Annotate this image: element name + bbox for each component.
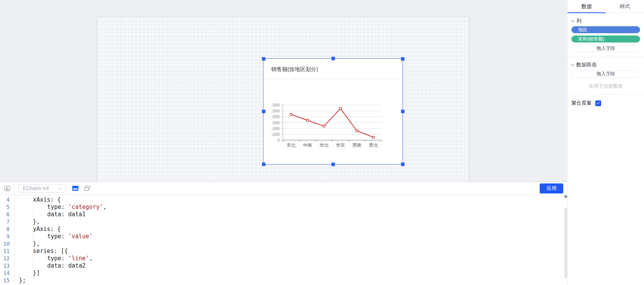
field-pill[interactable]: 地区: [571, 26, 640, 33]
code-line[interactable]: 7 },: [0, 218, 567, 226]
field-pill[interactable]: 求和(销售额): [571, 36, 640, 42]
collapse-panel-icon[interactable]: [4, 186, 10, 191]
line-number: 11: [0, 248, 13, 255]
dashboard-canvas-background: 销售额(按地区划分) ,000,000,000,000,000,0000东北中南…: [0, 0, 567, 182]
filter-drop-zone[interactable]: 拖入字段: [571, 70, 640, 78]
chevron-down-icon: [58, 186, 62, 190]
line-number: 8: [0, 226, 13, 233]
filter-hint: 应用于当前图表: [571, 83, 640, 90]
code-line[interactable]: 12 type: 'line',: [0, 255, 567, 262]
data-point-marker[interactable]: [356, 130, 358, 132]
line-number: 12: [0, 255, 13, 262]
data-point-marker[interactable]: [290, 113, 292, 115]
y-tick-label: ,000: [272, 120, 280, 125]
filter-section-title: 数据筛选: [576, 61, 596, 68]
x-tick-label: 华北: [319, 143, 329, 148]
x-tick-label: 华东: [336, 143, 345, 148]
line-number: 14: [0, 270, 13, 277]
aggregate-checkbox[interactable]: [595, 100, 601, 106]
resize-handle[interactable]: [401, 110, 404, 113]
x-tick-label: 中南: [303, 143, 312, 148]
code-line[interactable]: 9 type: 'value': [0, 233, 567, 240]
code-line[interactable]: 14 }]: [0, 270, 567, 277]
sidebar-tabs: 数据样式: [568, 0, 644, 13]
resize-handle[interactable]: [262, 110, 265, 113]
properties-sidebar: 数据样式 列 地区求和(销售额) 拖入字段 数据筛选 拖入字段 应用于当前图表 …: [567, 0, 644, 285]
code-line[interactable]: 4 xAxis: {: [0, 196, 567, 204]
line-number: 7: [0, 218, 13, 226]
line-number: 5: [0, 204, 13, 211]
code-line[interactable]: 11 series: [{: [0, 248, 567, 255]
code-text: xAxis: {: [13, 196, 61, 204]
duplicate-icon[interactable]: [84, 186, 90, 191]
y-tick-label: 0: [277, 138, 280, 142]
editor-toolbar: ECharts-V4 应用: [0, 182, 567, 195]
data-point-marker[interactable]: [372, 136, 375, 138]
code-text: }]: [13, 270, 40, 277]
code-scrollbar[interactable]: [564, 195, 567, 285]
code-text: yAxis: {: [13, 226, 61, 233]
sidebar-body: 列 地区求和(销售额) 拖入字段 数据筛选 拖入字段 应用于当前图表 聚合度量: [568, 18, 644, 107]
code-line[interactable]: 10 },: [0, 240, 567, 248]
code-text: };: [13, 277, 26, 284]
y-tick-label: ,000: [272, 109, 280, 113]
code-editor[interactable]: 4 xAxis: {5 type: 'category',6 data: dat…: [0, 195, 567, 285]
line-number: 15: [0, 277, 13, 284]
x-tick-label: 西南: [353, 143, 362, 148]
line-number: 10: [0, 240, 13, 248]
code-line[interactable]: 5 type: 'category',: [0, 204, 567, 211]
columns-drop-zone[interactable]: 拖入字段: [571, 45, 640, 52]
sidebar-tab-样式[interactable]: 样式: [606, 0, 644, 13]
scrollbar-thumb[interactable]: [564, 208, 567, 278]
code-text: data: data1: [13, 211, 86, 218]
chart-engine-select[interactable]: ECharts-V4: [19, 184, 66, 193]
resize-handle[interactable]: [401, 57, 404, 61]
y-tick-label: ,000: [272, 114, 280, 119]
y-tick-label: ,000: [272, 126, 280, 131]
chart-widget[interactable]: 销售额(按地区划分) ,000,000,000,000,000,0000东北中南…: [263, 59, 403, 164]
code-line[interactable]: 13 data: data2: [0, 262, 567, 270]
line-number: 4: [0, 196, 13, 204]
filter-section-header[interactable]: 数据筛选: [571, 62, 640, 68]
code-text: },: [13, 218, 40, 226]
apply-button[interactable]: 应用: [540, 183, 563, 193]
data-point-marker[interactable]: [323, 125, 325, 127]
chart-engine-selected-value: ECharts-V4: [23, 185, 49, 191]
divider: [568, 94, 644, 95]
code-line[interactable]: 15};: [0, 277, 567, 284]
divider: [568, 57, 644, 57]
x-tick-label: 东北: [287, 143, 296, 148]
scrollbar-notch: [564, 195, 567, 198]
code-text: type: 'line',: [13, 255, 93, 262]
columns-section-header[interactable]: 列: [571, 18, 640, 24]
line-number: 9: [0, 233, 13, 240]
chevron-down-icon: [571, 19, 574, 22]
line-number: 6: [0, 211, 13, 218]
resize-handle[interactable]: [262, 163, 265, 166]
code-text: type: 'value': [13, 233, 93, 240]
code-text: },: [13, 240, 40, 248]
code-line[interactable]: 8 yAxis: {: [0, 226, 567, 233]
code-line[interactable]: 6 data: data1: [0, 211, 567, 218]
resize-handle[interactable]: [331, 163, 335, 166]
line-chart[interactable]: ,000,000,000,000,000,0000东北中南华北华东西南西北: [263, 79, 403, 164]
data-point-marker[interactable]: [339, 107, 342, 110]
code-text: type: 'category',: [13, 204, 107, 211]
code-text: data: data2: [13, 262, 86, 270]
y-tick-label: ,000: [272, 103, 280, 107]
chart-widget-title: 销售额(按地区划分): [263, 59, 403, 79]
toolbar-gutter: [0, 182, 14, 195]
resize-handle[interactable]: [262, 57, 265, 61]
main-area: 销售额(按地区划分) ,000,000,000,000,000,0000东北中南…: [0, 0, 567, 285]
code-text: series: [{: [13, 248, 68, 255]
resize-handle[interactable]: [331, 57, 335, 60]
sidebar-tab-数据[interactable]: 数据: [568, 0, 606, 13]
dashboard-grid-canvas[interactable]: 销售额(按地区划分) ,000,000,000,000,000,0000东北中南…: [97, 17, 469, 182]
layout-bottom-icon[interactable]: [72, 186, 78, 191]
data-point-marker[interactable]: [306, 119, 309, 121]
chevron-down-icon: [571, 63, 574, 66]
y-tick-label: ,000: [272, 132, 280, 137]
app-root: 销售额(按地区划分) ,000,000,000,000,000,0000东北中南…: [0, 0, 644, 285]
aggregate-label: 聚合度量: [571, 100, 591, 107]
resize-handle[interactable]: [401, 163, 404, 166]
